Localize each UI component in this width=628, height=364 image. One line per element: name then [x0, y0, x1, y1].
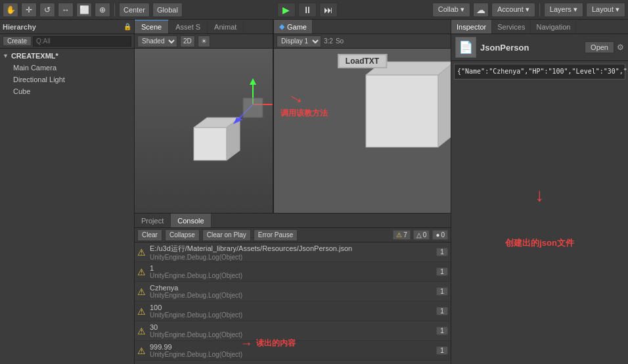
main-camera-label: Main Camera — [13, 64, 56, 72]
hierarchy-items: ▼ CREATEXML* Main Camera Directional Lig… — [0, 49, 134, 364]
triangle-icon: △ — [416, 231, 422, 239]
global-btn[interactable]: Global — [152, 3, 183, 17]
file-icon: 📄 — [455, 37, 476, 58]
console-count-2: 1 — [436, 287, 448, 296]
game-canvas[interactable]: LoadTXT → 调用该教方法 — [274, 49, 451, 213]
all-tool-btn[interactable]: ⊕ — [95, 3, 110, 17]
clear-btn[interactable]: Clear — [137, 229, 162, 241]
console-count-0: 1 — [436, 248, 448, 256]
center-btn[interactable]: Center — [119, 3, 150, 17]
read-arrow-icon: → — [240, 336, 253, 351]
scale-tool-btn[interactable]: ↔ — [58, 3, 74, 17]
console-toolbar: Clear Collapse Clear on Play Error Pause… — [135, 228, 451, 242]
hierarchy-item-directional-light[interactable]: Directional Light — [0, 74, 134, 85]
warn-icon-2: ⚠ — [137, 286, 146, 297]
pause-btn[interactable]: ⏸ — [298, 3, 317, 17]
shaded-select[interactable]: Shaded — [137, 35, 177, 47]
warn-icon-5: ⚠ — [137, 346, 146, 356]
account-btn[interactable]: Account ▾ — [491, 3, 535, 17]
services-tab[interactable]: Services — [492, 20, 531, 34]
clear-on-play-btn[interactable]: Clear on Play — [202, 229, 251, 241]
cloud-btn[interactable]: ☁ — [473, 3, 489, 17]
hierarchy-toolbar: Create — [0, 34, 134, 49]
hierarchy-lock-btn[interactable]: 🔒 — [123, 23, 131, 30]
center-panel: Scene Asset S Animat Shaded 2D ☀ — [135, 20, 451, 364]
game-scene-svg — [274, 49, 451, 213]
rect-tool-btn[interactable]: ⬜ — [76, 3, 92, 17]
mode-light-btn[interactable]: ☀ — [198, 35, 210, 47]
scene-svg — [135, 49, 273, 213]
console-item-0[interactable]: ⚠ E:/u3d运行/Material_library/Assets/Resou… — [135, 242, 451, 262]
animat-tab[interactable]: Animat — [208, 20, 244, 34]
scene-tab[interactable]: Scene — [135, 20, 169, 34]
navigation-tab[interactable]: Navigation — [531, 20, 576, 34]
layers-btn[interactable]: Layers ▾ — [544, 3, 583, 17]
display-select[interactable]: Display 1 — [277, 35, 321, 47]
hand-tool-btn[interactable]: ✋ — [3, 3, 18, 17]
asset-tab[interactable]: Asset S — [169, 20, 208, 34]
warn-icon: ⚠ — [396, 231, 402, 239]
hierarchy-panel: Hierarchy 🔒 Create ▼ CREATEXML* Main Cam… — [0, 20, 135, 364]
inspector-tab[interactable]: Inspector — [451, 20, 492, 34]
gear-btn[interactable]: ⚙ — [617, 43, 624, 52]
inspector-arrow-area: ↓ 创建出的json文件 — [451, 82, 628, 364]
game-toolbar: Display 1 3:2 So — [274, 34, 451, 49]
console-item-5[interactable]: ⚠ 999.99 UnityEngine.Debug.Log(Object) 1… — [135, 341, 451, 361]
console-sub-5: UnityEngine.Debug.Log(Object) — [150, 351, 434, 358]
inspector-header: 📄 JsonPerson Open ⚙ — [451, 34, 628, 61]
warn-count: 7 — [403, 231, 407, 239]
console-sub-1: UnityEngine.Debug.Log(Object) — [150, 272, 434, 279]
scene-canvas[interactable]: < Persp — [135, 49, 273, 213]
collapse-btn[interactable]: Collapse — [165, 229, 200, 241]
scene-game-row: Scene Asset S Animat Shaded 2D ☀ — [135, 20, 451, 213]
root-arrow-icon: ▼ — [3, 53, 9, 59]
top-toolbar: ✋ ✛ ↺ ↔ ⬜ ⊕ Center Global ▶ ⏸ ⏭ Collab ▾… — [0, 0, 628, 20]
svg-marker-14 — [438, 62, 451, 147]
svg-rect-10 — [243, 98, 263, 118]
warn-icon-4: ⚠ — [137, 326, 146, 336]
console-main-3: 100 — [150, 304, 434, 311]
svg-rect-12 — [366, 75, 438, 147]
warn-icon-1: ⚠ — [137, 267, 146, 277]
error-pause-btn[interactable]: Error Pause — [254, 229, 298, 241]
game-annotation-text: 调用该教方法 — [280, 108, 328, 119]
separator-2 — [539, 3, 540, 16]
hierarchy-search-input[interactable] — [33, 36, 131, 47]
separator-1 — [114, 3, 115, 16]
game-tab[interactable]: ◆ Game — [274, 20, 313, 34]
hierarchy-item-main-camera[interactable]: Main Camera — [0, 62, 134, 74]
collab-btn[interactable]: Collab ▾ — [432, 3, 470, 17]
hierarchy-root-item[interactable]: ▼ CREATEXML* — [0, 50, 134, 62]
layout-btn[interactable]: Layout ▾ — [586, 3, 625, 17]
console-text-3: 100 UnityEngine.Debug.Log(Object) — [150, 304, 434, 319]
scene-view-panel: Scene Asset S Animat Shaded 2D ☀ — [135, 20, 273, 213]
rotate-tool-btn[interactable]: ↺ — [39, 3, 55, 17]
game-view-panel: ◆ Game Display 1 3:2 So — [273, 20, 451, 213]
load-txt-btn[interactable]: LoadTXT — [338, 54, 387, 68]
play-btn[interactable]: ▶ — [277, 3, 296, 17]
move-tool-btn[interactable]: ✛ — [21, 3, 37, 17]
right-panel-content: Inspector Services Navigation 📄 JsonPers… — [451, 20, 628, 364]
console-tab[interactable]: Console — [171, 214, 211, 227]
console-item-6[interactable]: ⚠ 38 UnityEngine.Debug.Log(Object) 1 — [135, 361, 451, 364]
inspector-arrow-icon: ↓ — [535, 185, 545, 206]
console-item-2[interactable]: ⚠ Czhenya UnityEngine.Debug.Log(Object) … — [135, 282, 451, 302]
console-item-1[interactable]: ⚠ 1 UnityEngine.Debug.Log(Object) 1 — [135, 262, 451, 282]
create-btn[interactable]: Create — [3, 36, 32, 46]
step-btn[interactable]: ⏭ — [319, 3, 338, 17]
console-tabs: Project Console — [135, 214, 451, 228]
json-content: {"Name":"Czhenya","HP":"100","Level":"30… — [454, 64, 625, 80]
hierarchy-item-cube[interactable]: Cube — [0, 85, 134, 97]
hierarchy-header: Hierarchy 🔒 — [0, 20, 134, 34]
open-btn[interactable]: Open — [585, 41, 614, 53]
so-label: So — [336, 37, 344, 45]
error1-count: 0 — [441, 231, 445, 239]
mode-2d-btn[interactable]: 2D — [180, 35, 195, 47]
console-item-3[interactable]: ⚠ 100 UnityEngine.Debug.Log(Object) 1 — [135, 302, 451, 321]
error0-count: 0 — [423, 231, 427, 239]
console-text-0: E:/u3d运行/Material_library/Assets/Resourc… — [150, 244, 434, 261]
project-tab[interactable]: Project — [135, 214, 171, 227]
directional-light-label: Directional Light — [13, 76, 65, 83]
console-main-2: Czhenya — [150, 284, 434, 292]
error0-badge: △ 0 — [413, 230, 430, 240]
